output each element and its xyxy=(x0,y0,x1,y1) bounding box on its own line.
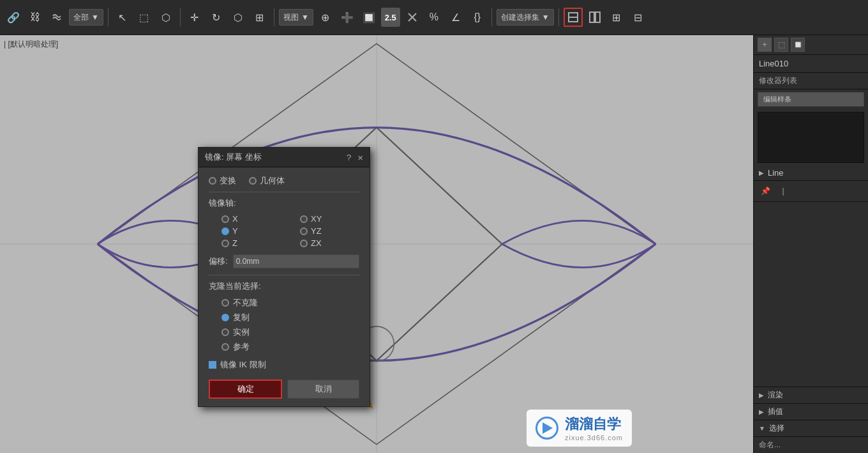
brace-icon[interactable]: {} xyxy=(468,8,487,27)
snap-icon[interactable]: 🔲 xyxy=(359,8,378,27)
modifier-line-item[interactable]: ▶ Line xyxy=(754,165,868,181)
dialog-title: 镜像: 屏幕 坐标 xyxy=(205,151,262,163)
edit-sample-button[interactable]: 编辑样条 xyxy=(758,92,864,107)
selection-section-header: ▼ 选择 xyxy=(759,423,863,434)
divider2 xyxy=(209,275,359,275)
mirror-icon[interactable] xyxy=(403,8,422,27)
clone-section-label: 克隆当前选择: xyxy=(209,280,359,292)
plus-icon[interactable]: ➕ xyxy=(338,8,357,27)
create-set-dropdown[interactable]: 创建选择集 ▼ xyxy=(497,9,554,26)
mirror-dialog: 镜像: 屏幕 坐标 ? × 变换 xyxy=(198,147,370,407)
dialog-overlay: 镜像: 屏幕 坐标 ? × 变换 xyxy=(0,35,753,453)
selection-dropdown[interactable]: 全部 ▼ xyxy=(69,9,103,26)
mirror-ik-row: 镜像 IK 限制 xyxy=(209,359,359,371)
viewport[interactable]: | [默认明暗处理] xyxy=(0,35,753,453)
interpolation-arrow: ▶ xyxy=(759,408,764,415)
sep4 xyxy=(491,8,492,26)
render-arrow: ▶ xyxy=(759,392,764,399)
svg-rect-3 xyxy=(595,12,600,22)
interpolation-label: 插值 xyxy=(768,406,783,417)
axis-xy-radio[interactable]: XY xyxy=(300,214,359,224)
axis-grid: X XY Y YZ xyxy=(221,214,359,248)
lasso-icon[interactable]: ⬡ xyxy=(156,8,176,27)
unlink-icon[interactable]: ⛓ xyxy=(26,8,45,27)
selection-section[interactable]: ▼ 选择 xyxy=(754,420,868,436)
ok-button[interactable]: 确定 xyxy=(209,380,282,399)
pin-icon[interactable]: 📌 xyxy=(758,183,773,199)
right-panel: + ⬚ 🔲 Line010 修改器列表 编辑样条 ▶ Line 📌 | ▶ 渲染 xyxy=(753,35,868,453)
rp-icon-2[interactable]: ⬚ xyxy=(774,38,788,52)
rotate-icon[interactable]: ↻ xyxy=(207,8,226,27)
rp-tool-icon[interactable]: | xyxy=(775,183,791,199)
transform-radio-circle xyxy=(209,177,216,185)
offset-label: 偏移: xyxy=(209,256,228,267)
dialog-buttons: 确定 取消 xyxy=(209,380,359,399)
modifier-list-label: 修改器列表 xyxy=(754,73,868,89)
angle-icon[interactable]: ∠ xyxy=(446,8,465,27)
clone-none-option[interactable]: 不克隆 xyxy=(221,297,359,309)
axis-x-circle xyxy=(221,215,229,223)
layout-icon-2[interactable] xyxy=(585,8,604,27)
axis-x-radio[interactable]: X xyxy=(221,214,281,224)
transform-geometry-row: 变换 几何体 xyxy=(209,175,359,187)
mirror-ik-checkbox[interactable] xyxy=(209,361,216,369)
clone-copy-option[interactable]: 复制 xyxy=(221,312,359,323)
grid-icon[interactable]: ⊟ xyxy=(629,8,648,27)
interpolation-section[interactable]: ▶ 插值 xyxy=(754,403,868,420)
geometry-radio[interactable]: 几何体 xyxy=(249,175,285,187)
axis-zx-radio[interactable]: ZX xyxy=(300,238,359,248)
link-icon[interactable]: 🔗 xyxy=(4,8,23,27)
move-icon[interactable]: ✛ xyxy=(185,8,204,27)
clone-reference-option[interactable]: 参考 xyxy=(221,341,359,353)
clone-copy-circle xyxy=(221,314,229,321)
rp-icon-3[interactable]: 🔲 xyxy=(791,38,805,52)
sep5 xyxy=(558,8,559,26)
clone-instance-circle xyxy=(221,328,229,336)
main-toolbar: 🔗 ⛓ 全部 ▼ ↖ ⬚ ⬡ ✛ ↻ ⬡ ⊞ 视图 ▼ ⊕ ➕ 🔲 2.5 % … xyxy=(0,0,868,35)
add-icon[interactable]: + xyxy=(758,38,772,52)
select-region-icon[interactable]: ⬚ xyxy=(135,8,154,27)
modifier-name: Line xyxy=(768,168,784,178)
mirror-ik-label: 镜像 IK 限制 xyxy=(220,359,266,371)
table-icon[interactable]: ⊞ xyxy=(607,8,626,27)
scale-icon[interactable]: ⬡ xyxy=(228,8,248,27)
sep1 xyxy=(108,8,108,26)
clone-reference-circle xyxy=(221,343,229,351)
axis-y-radio[interactable]: Y xyxy=(221,226,281,236)
clone-instance-option[interactable]: 实例 xyxy=(221,326,359,338)
axis-z-radio[interactable]: Z xyxy=(221,238,281,248)
axis-zx-circle xyxy=(300,240,308,247)
rp-spacer xyxy=(754,202,868,387)
modifier-preview-area xyxy=(758,112,864,163)
render-label: 渲染 xyxy=(768,390,783,401)
dialog-close-button[interactable]: × xyxy=(357,153,363,162)
view-dropdown[interactable]: 视图 ▼ xyxy=(279,9,313,26)
select-icon[interactable]: ↖ xyxy=(113,8,132,27)
clone-options: 不克隆 复制 实例 参考 xyxy=(221,297,359,353)
pivot-icon[interactable]: ⊕ xyxy=(316,8,335,27)
bind-icon[interactable] xyxy=(47,8,66,27)
axis-yz-radio[interactable]: YZ xyxy=(300,226,359,236)
transform-radio[interactable]: 变换 xyxy=(209,175,236,187)
mirror-axis-label: 镜像轴: xyxy=(209,197,359,209)
name-label: 命名... xyxy=(754,436,868,453)
main-area: | [默认明暗处理] xyxy=(0,35,868,453)
transform-icon[interactable]: ⊞ xyxy=(250,8,269,27)
highlighted-icon-1[interactable] xyxy=(564,8,583,27)
cancel-button[interactable]: 取消 xyxy=(287,380,359,399)
axis-xy-circle xyxy=(300,215,308,223)
percent-icon[interactable]: % xyxy=(424,8,444,27)
offset-input[interactable] xyxy=(233,254,359,268)
render-section-header: ▶ 渲染 xyxy=(759,390,863,401)
number-icon[interactable]: 2.5 xyxy=(381,8,400,27)
sep2 xyxy=(180,8,181,26)
divider1 xyxy=(209,192,359,192)
geometry-radio-circle xyxy=(249,177,257,185)
axis-y-circle xyxy=(221,227,229,235)
selection-label: 选择 xyxy=(769,423,784,434)
modifier-arrow: ▶ xyxy=(759,169,764,176)
render-section[interactable]: ▶ 渲染 xyxy=(754,387,868,403)
dialog-titlebar[interactable]: 镜像: 屏幕 坐标 ? × xyxy=(198,148,370,167)
svg-rect-2 xyxy=(590,12,594,22)
dialog-help-button[interactable]: ? xyxy=(347,153,351,162)
